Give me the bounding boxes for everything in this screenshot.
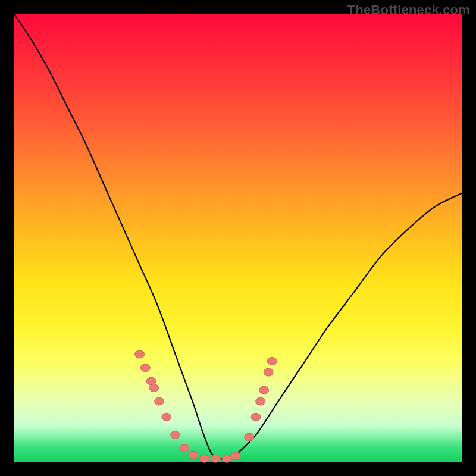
data-marker	[251, 413, 261, 421]
data-marker	[180, 444, 189, 452]
data-marker	[256, 397, 265, 405]
data-marker	[222, 455, 231, 462]
data-marker	[162, 413, 171, 421]
data-marker	[267, 357, 277, 365]
data-marker	[211, 455, 220, 462]
data-marker	[264, 368, 273, 376]
marker-group	[135, 350, 277, 462]
data-marker	[259, 386, 269, 394]
data-marker	[245, 433, 254, 441]
data-marker	[200, 455, 209, 462]
chart-svg	[14, 14, 462, 462]
data-marker	[135, 350, 145, 358]
watermark-text: TheBottleneck.com	[347, 2, 470, 18]
chart-frame: TheBottleneck.com	[0, 0, 476, 476]
data-marker	[231, 452, 240, 460]
curve-group	[14, 14, 462, 459]
data-marker	[155, 397, 164, 405]
data-marker	[140, 364, 150, 372]
plot-area	[14, 14, 462, 462]
data-marker	[149, 384, 159, 392]
data-marker	[171, 431, 180, 439]
bottleneck-curve	[14, 14, 462, 459]
data-marker	[189, 451, 198, 459]
